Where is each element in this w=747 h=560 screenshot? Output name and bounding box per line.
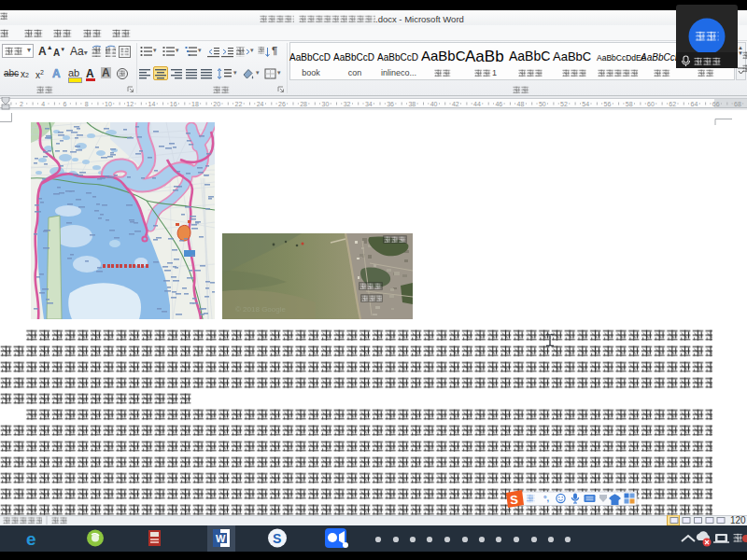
svg-text:8: 8 [85,101,89,107]
svg-text:68: 68 [734,101,741,107]
svg-text:W: W [216,533,226,544]
svg-text:62: 62 [669,101,676,107]
svg-text:40: 40 [430,101,438,107]
svg-text:10: 10 [105,101,112,107]
svg-text:60: 60 [647,101,655,107]
svg-text:36: 36 [387,101,394,107]
svg-text:48: 48 [517,101,525,107]
svg-text:12: 12 [126,101,134,107]
svg-text:26: 26 [278,101,286,107]
svg-text:44: 44 [473,101,481,107]
svg-text:18: 18 [191,101,199,107]
svg-text:16: 16 [170,101,177,107]
svg-text:© 2018 Google: © 2018 Google [235,305,286,314]
svg-text:°,: °, [543,494,549,503]
svg-text:4: 4 [41,101,45,107]
svg-text:46: 46 [495,101,502,107]
svg-text:24: 24 [257,101,264,107]
svg-text:54: 54 [582,101,589,107]
svg-text:58: 58 [626,101,633,107]
svg-text:34: 34 [365,101,373,107]
svg-text:14: 14 [148,101,156,107]
svg-text:6: 6 [63,101,67,107]
svg-text:32: 32 [344,101,351,107]
svg-text:30: 30 [322,101,330,107]
svg-text:42: 42 [452,101,459,107]
svg-text:66: 66 [712,101,720,107]
svg-text:S: S [273,531,281,546]
svg-text:52: 52 [560,101,568,107]
svg-text:28: 28 [300,101,307,107]
svg-text:120: 120 [730,515,746,525]
svg-text:2: 2 [20,101,23,107]
svg-text:50: 50 [539,101,546,107]
svg-text:20: 20 [213,101,220,107]
svg-text:e: e [26,529,36,549]
svg-text:64: 64 [691,101,698,107]
svg-text:56: 56 [604,101,612,107]
svg-text:S: S [510,493,519,508]
svg-text:22: 22 [235,101,243,107]
svg-text:38: 38 [408,101,416,107]
